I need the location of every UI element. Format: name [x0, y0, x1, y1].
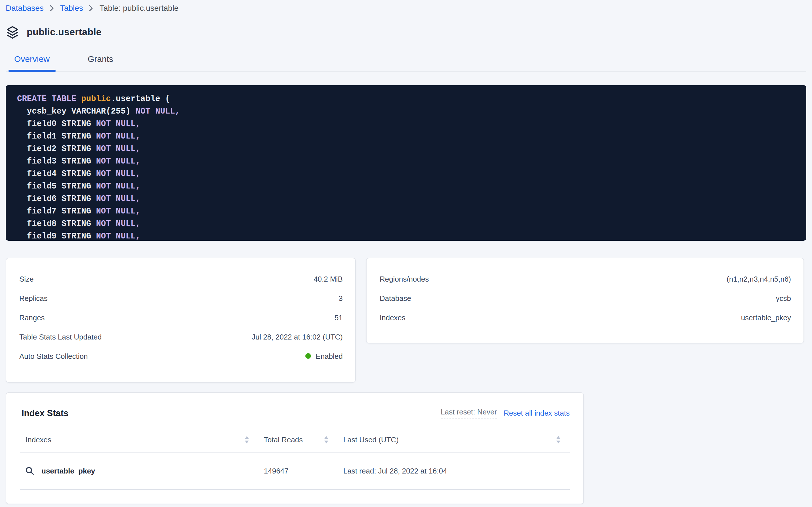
- detail-label: Size: [19, 275, 34, 283]
- sort-icon: [324, 436, 328, 443]
- breadcrumb-link-databases[interactable]: Databases: [6, 3, 44, 12]
- page-header: public.usertable: [6, 25, 806, 39]
- table-details-card: Size 40.2 MiB Replicas 3 Ranges 51 Table…: [6, 258, 356, 383]
- index-stats-header: Index Stats Last reset: Never Reset all …: [21, 408, 570, 418]
- meta-row-regions: Regions/nodes (n1,n2,n3,n4,n5,n6): [367, 269, 804, 288]
- index-name: usertable_pkey: [42, 467, 95, 475]
- detail-row-stats-updated: Table Stats Last Updated Jul 28, 2022 at…: [6, 327, 355, 346]
- detail-row-size: Size 40.2 MiB: [6, 269, 355, 288]
- breadcrumb-link-tables[interactable]: Tables: [60, 3, 83, 12]
- chevron-right-icon: [89, 5, 93, 11]
- detail-value: 40.2 MiB: [314, 275, 343, 283]
- table-meta-card: Regions/nodes (n1,n2,n3,n4,n5,n6) Databa…: [366, 258, 804, 343]
- detail-row-replicas: Replicas 3: [6, 288, 355, 308]
- meta-value: usertable_pkey: [741, 313, 791, 322]
- column-header-total-reads[interactable]: Total Reads: [258, 436, 337, 444]
- meta-value: (n1,n2,n3,n4,n5,n6): [727, 275, 791, 283]
- chevron-right-icon: [50, 5, 54, 11]
- detail-value: 51: [334, 313, 343, 322]
- index-stats-card: Index Stats Last reset: Never Reset all …: [6, 392, 584, 504]
- meta-row-indexes: Indexes usertable_pkey: [367, 308, 804, 327]
- breadcrumb-current: Table: public.usertable: [100, 3, 179, 12]
- search-icon: [25, 467, 34, 475]
- index-stats-title: Index Stats: [21, 408, 68, 418]
- sort-icon: [245, 436, 249, 443]
- details-section: Size 40.2 MiB Replicas 3 Ranges 51 Table…: [6, 258, 804, 383]
- reset-all-index-stats-link[interactable]: Reset all index stats: [504, 409, 570, 417]
- index-stats-table: Indexes Total Reads Last Used (UTC): [20, 431, 570, 490]
- column-header-indexes[interactable]: Indexes: [20, 436, 258, 444]
- page-title: public.usertable: [27, 27, 102, 38]
- meta-label: Regions/nodes: [380, 275, 429, 283]
- detail-value: Jul 28, 2022 at 16:02 (UTC): [252, 332, 343, 341]
- detail-label: Ranges: [19, 313, 45, 322]
- detail-row-auto-stats: Auto Stats Collection Enabled: [6, 346, 355, 365]
- meta-label: Indexes: [380, 313, 405, 322]
- last-used-cell: Last read: Jul 28, 2022 at 16:04: [337, 467, 570, 475]
- column-header-last-used[interactable]: Last Used (UTC): [337, 436, 570, 444]
- index-stats-controls: Last reset: Never Reset all index stats: [441, 408, 570, 418]
- index-stats-table-header: Indexes Total Reads Last Used (UTC): [20, 431, 570, 452]
- status-dot-green: [306, 353, 311, 359]
- tab-bar: Overview Grants: [6, 49, 806, 71]
- status-text: Enabled: [316, 352, 343, 360]
- column-label: Last Used (UTC): [343, 436, 398, 444]
- detail-label: Auto Stats Collection: [19, 352, 88, 360]
- table-detail-page: Databases Tables Table: public.usertable…: [0, 0, 812, 507]
- detail-row-ranges: Ranges 51: [6, 308, 355, 327]
- detail-label: Replicas: [19, 294, 48, 302]
- meta-label: Database: [380, 294, 411, 302]
- detail-label: Table Stats Last Updated: [19, 332, 102, 341]
- detail-value: 3: [339, 294, 343, 302]
- tab-grants[interactable]: Grants: [82, 49, 119, 71]
- tab-overview[interactable]: Overview: [8, 49, 55, 71]
- column-label: Indexes: [25, 436, 51, 444]
- breadcrumb: Databases Tables Table: public.usertable: [0, 0, 812, 12]
- table-layers-icon: [6, 25, 19, 39]
- total-reads-cell: 149647: [258, 467, 337, 475]
- detail-value: Enabled: [306, 352, 343, 360]
- index-name-cell: usertable_pkey: [20, 467, 258, 475]
- create-table-statement: CREATE TABLE public.usertable ( ycsb_key…: [6, 85, 806, 241]
- last-reset-tooltip-trigger: Last reset: Never: [441, 408, 497, 418]
- index-stats-row[interactable]: usertable_pkey 149647 Last read: Jul 28,…: [20, 452, 570, 490]
- column-label: Total Reads: [264, 436, 303, 444]
- meta-value: ycsb: [776, 294, 791, 302]
- meta-row-database: Database ycsb: [367, 288, 804, 308]
- sort-icon: [556, 436, 561, 443]
